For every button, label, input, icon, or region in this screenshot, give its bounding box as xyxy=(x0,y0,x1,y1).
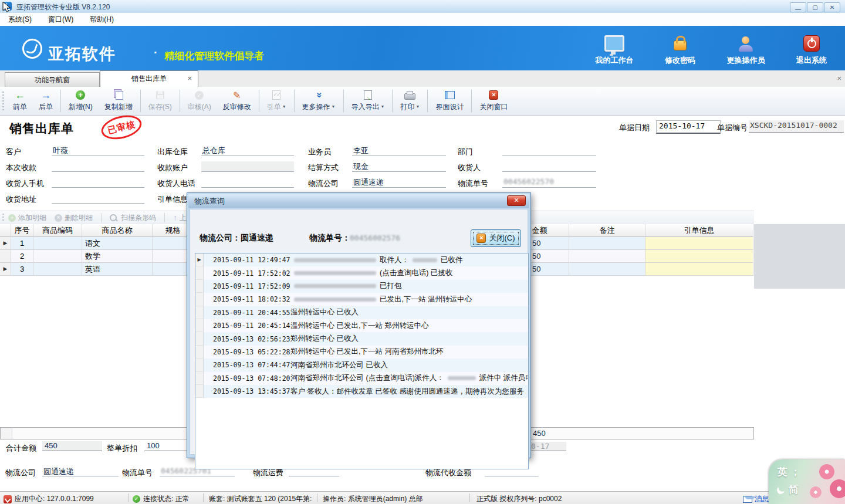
toolbar-button-审核(A): 审核(A) xyxy=(182,87,217,114)
toolbar-button-text: 界面设计 xyxy=(435,102,464,112)
tracking-text-part: 温州转运中心 已收入 xyxy=(290,307,359,317)
tracking-text-part: 已打包 xyxy=(380,281,402,291)
discount-value[interactable]: 100 xyxy=(144,441,190,451)
tracking-text: 河南省郑州市北环公司 (点击查询电话)派件人：派件中 派件员电话 xyxy=(290,373,529,383)
tracking-row[interactable]: ▶2015-09-11 12:49:47取件人：已收件 xyxy=(195,253,528,266)
toolbar-button-label: 更多操作▼ xyxy=(302,100,336,112)
minimize-button[interactable]: — xyxy=(790,2,806,12)
tab-sales-outbound[interactable]: 销售出库单 × xyxy=(100,70,198,87)
banner-action-3[interactable]: 退出系统 xyxy=(789,32,834,66)
tracking-row[interactable]: 2015-09-11 20:45:14温州转运中心 已发出,下一站 郑州转运中心 xyxy=(195,319,528,332)
banner-action-1[interactable]: 修改密码 xyxy=(657,32,703,66)
dropdown-arrow-icon[interactable]: ▼ xyxy=(282,104,286,109)
grid-toolbar-删除明细: 删除明细 xyxy=(55,213,93,223)
tracking-row[interactable]: 2015-09-11 17:52:09已打包 xyxy=(195,280,528,293)
tracking-row[interactable]: 2015-09-13 05:22:28郑州转运中心 已发出,下一站 河南省郑州市… xyxy=(195,346,528,358)
field-input-出库仓库[interactable]: 总仓库 xyxy=(201,146,294,156)
field-label-物流公司: 物流公司 xyxy=(308,178,339,189)
toolbar-button-更多操作[interactable]: 更多操作▼ xyxy=(296,87,342,114)
menu-item-1[interactable]: 窗口(W) xyxy=(40,15,82,25)
toolbar-button-复制新增[interactable]: 复制新增 xyxy=(99,87,138,114)
tracking-text-part: 取件人： xyxy=(380,255,409,265)
toolbar-button-关闭窗口[interactable]: 关闭窗口 xyxy=(474,87,513,114)
close-button-label: 关闭(C) xyxy=(489,233,515,243)
grid-cell-seq: 1 xyxy=(11,237,33,250)
banner-action-0[interactable]: 我的工作台 xyxy=(592,32,637,66)
toolbar-button-后单[interactable]: 后单 xyxy=(33,87,59,114)
import-export-icon xyxy=(364,90,372,100)
dialog-close-icon[interactable]: ✕ xyxy=(507,195,526,206)
field-input-收货地址[interactable] xyxy=(52,193,144,204)
tracking-list[interactable]: ▶2015-09-11 12:49:47取件人：已收件2015-09-11 17… xyxy=(195,253,529,469)
date-input[interactable]: 2015-10-17 xyxy=(656,120,721,134)
field-input-物流公司[interactable]: 圆通速递 xyxy=(352,177,446,188)
dialog-close-button[interactable]: 关闭(C) xyxy=(471,229,521,247)
tracking-row[interactable]: 2015-09-13 13:45:37客户 签收人：邮件收发章 已签收 感谢使用… xyxy=(195,385,528,398)
menu-item-2[interactable]: 帮助(H) xyxy=(82,15,122,25)
status-item-1: 连接状态: 正常 xyxy=(133,494,190,504)
field-input-本次收款[interactable] xyxy=(52,161,144,172)
row-indicator-cell xyxy=(195,319,204,332)
field-input-收货人手机[interactable] xyxy=(52,177,144,188)
close-button[interactable]: ✕ xyxy=(824,2,840,12)
dropdown-arrow-icon[interactable]: ▼ xyxy=(415,104,420,109)
tab-function-navigator[interactable]: 功能导航窗 xyxy=(5,72,100,87)
check-circle-icon xyxy=(195,91,204,100)
banner-action-label: 退出系统 xyxy=(796,55,827,66)
menu-item-0[interactable]: 系统(S) xyxy=(0,15,40,25)
tracking-text-part: 郑州转运中心 已发出,下一站 河南省郑州市北环 xyxy=(290,347,443,357)
dialog-body: 物流公司： 圆通速递 物流单号： 00456002576 关闭(C) ▶2015… xyxy=(190,209,528,455)
grid-cell-note xyxy=(569,237,645,250)
field-input-结算方式[interactable]: 现金 xyxy=(352,161,446,172)
field-input-收货人[interactable] xyxy=(502,161,596,172)
field-input-物流单号[interactable]: 00456022570 xyxy=(502,177,596,188)
toolbar-button-text: 导入导出 xyxy=(351,102,380,112)
row-indicator-cell xyxy=(195,266,204,279)
tracking-row[interactable]: 2015-09-13 07:48:20河南省郑州市北环公司 (点击查询电话)派件… xyxy=(195,372,528,385)
maximize-button[interactable]: ▢ xyxy=(807,2,823,12)
tracking-row[interactable]: 2015-09-13 07:44:47河南省郑州市北环公司 已收入 xyxy=(195,358,528,371)
doc-check-icon xyxy=(272,90,280,100)
toolbar-button-新增(N)[interactable]: 新增(N) xyxy=(63,87,99,114)
field-input-收货人电话[interactable] xyxy=(201,177,294,188)
brand-separator: · xyxy=(154,46,158,59)
tracking-row[interactable]: 2015-09-11 17:52:02(点击查询电话) 已揽收 xyxy=(195,266,528,279)
banner-action-2[interactable]: 更换操作员 xyxy=(723,32,769,66)
toolbar-button-前单[interactable]: 前单 xyxy=(7,87,33,114)
field-input-客户[interactable]: 叶薇 xyxy=(52,146,144,156)
toolbar-button-反审修改[interactable]: 反审修改 xyxy=(217,87,257,114)
field-input-收款账户[interactable] xyxy=(201,161,294,172)
field-label-出库仓库: 出库仓库 xyxy=(157,147,188,157)
field-input-部门[interactable] xyxy=(502,146,596,156)
arrow-left-icon xyxy=(15,90,25,100)
footer-input-物流公司[interactable]: 圆通速递 xyxy=(42,466,119,476)
tab-close-icon[interactable]: × xyxy=(187,75,192,82)
field-label-收货人手机: 收货人手机 xyxy=(6,178,44,189)
grid-toolbar-扫描条形码: 扫描条形码 xyxy=(110,213,156,223)
password-lock-icon xyxy=(674,32,687,52)
redacted-blur xyxy=(448,376,476,380)
toolbar-button-打印[interactable]: 打印▼ xyxy=(394,87,425,114)
redacted-blur xyxy=(294,284,376,288)
status-text: 操作员: 系统管理员(admin) 总部 xyxy=(323,494,423,504)
dialog-title-bar[interactable]: 物流查询 xyxy=(188,194,529,208)
toolbar-button-导入导出[interactable]: 导入导出▼ xyxy=(346,87,391,114)
ime-widget[interactable]: 英 ； 简 xyxy=(769,459,845,504)
message-link[interactable]: 消息 xyxy=(743,494,769,504)
toolbar-button-界面设计[interactable]: 界面设计 xyxy=(430,87,469,114)
grid-toolbar-separator xyxy=(101,213,102,222)
field-label-结算方式: 结算方式 xyxy=(308,163,339,173)
tabstrip-close-icon[interactable]: × xyxy=(837,74,841,83)
discount-label: 整单折扣 xyxy=(107,443,137,454)
toolbar-button-text: 前单 xyxy=(13,102,27,112)
dropdown-arrow-icon[interactable]: ▼ xyxy=(332,104,336,109)
tracking-text: 已打包 xyxy=(290,281,402,291)
dropdown-arrow-icon[interactable]: ▼ xyxy=(381,104,385,109)
brand-name: 亚拓软件 xyxy=(48,43,116,65)
tracking-row[interactable]: 2015-09-11 18:02:32已发出,下一站 温州转运中心 xyxy=(195,293,528,306)
tracking-row[interactable]: 2015-09-13 02:56:23郑州转运中心 已收入 xyxy=(195,332,528,345)
field-input-业务员[interactable]: 李亚 xyxy=(352,146,446,156)
row-indicator-cell xyxy=(195,306,204,319)
banner-actions: 我的工作台修改密码更换操作员退出系统 xyxy=(592,32,834,66)
tracking-row[interactable]: 2015-09-11 20:44:55温州转运中心 已收入 xyxy=(195,306,528,319)
